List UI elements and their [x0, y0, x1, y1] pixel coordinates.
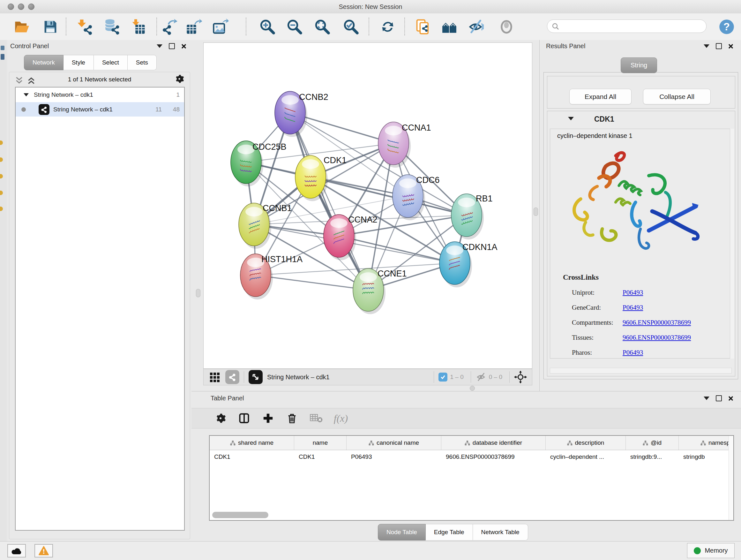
- show-all-icon[interactable]: [497, 17, 516, 37]
- selected-checkbox-icon[interactable]: [439, 373, 448, 381]
- panel-float-icon[interactable]: [716, 395, 722, 401]
- zoom-selected-icon[interactable]: [341, 17, 360, 37]
- export-table-icon[interactable]: [184, 17, 203, 37]
- network-row-selected[interactable]: String Network – cdk1 11 48: [16, 102, 184, 117]
- tab-network[interactable]: Network: [24, 55, 64, 70]
- results-horizontal-scrollbar[interactable]: [550, 368, 732, 374]
- zoom-fit-icon[interactable]: [313, 17, 332, 37]
- first-neighbors-icon[interactable]: [440, 17, 459, 37]
- open-file-icon[interactable]: [12, 17, 31, 37]
- network-canvas[interactable]: CCNB2CCNA1CDC25BCDK1CDC6RB1CCNB1CCNA2CDK…: [203, 43, 532, 369]
- show-columns-icon[interactable]: [237, 411, 252, 426]
- toolbar-separator: [404, 17, 405, 36]
- column-header-shared-name[interactable]: shared name: [210, 436, 294, 450]
- dock-icon[interactable]: [0, 191, 3, 195]
- birdseye-grid-icon[interactable]: [209, 371, 221, 383]
- network-collection-row[interactable]: String Network – cdk1 1: [16, 87, 184, 102]
- splitter-handle[interactable]: [196, 289, 200, 297]
- dock-icon[interactable]: [0, 140, 3, 145]
- help-icon[interactable]: ?: [717, 17, 736, 37]
- import-network-file-icon[interactable]: [76, 17, 95, 37]
- crosslink-link[interactable]: 9606.ENSP00000378699: [623, 334, 691, 341]
- tab-node-table[interactable]: Node Table: [378, 524, 426, 541]
- network-node-CDK1[interactable]: [295, 155, 328, 201]
- save-session-icon[interactable]: [41, 17, 60, 37]
- column-header-canonical-name[interactable]: canonical name: [347, 436, 441, 450]
- dock-icon[interactable]: [1, 46, 4, 50]
- crosslink-link[interactable]: P06493: [623, 304, 643, 311]
- table-row[interactable]: CDK1CDK1P064939606.ENSP00000378699cyclin…: [210, 450, 734, 464]
- create-column-icon[interactable]: [261, 411, 275, 426]
- splitter-handle[interactable]: [534, 207, 538, 216]
- tab-sets[interactable]: Sets: [128, 55, 157, 70]
- crosslink-link[interactable]: 9606.ENSP00000378699: [623, 319, 691, 326]
- tab-select[interactable]: Select: [94, 55, 128, 70]
- node-label-CDC25B: CDC25B: [253, 142, 286, 152]
- fit-crosshair-icon[interactable]: [514, 371, 527, 383]
- table-horizontal-scrollbar-thumb[interactable]: [212, 512, 268, 518]
- table-vertical-scrollbar[interactable]: [729, 436, 733, 520]
- dock-icon[interactable]: [0, 206, 3, 211]
- panel-close-icon[interactable]: [181, 44, 186, 49]
- zoom-in-icon[interactable]: [258, 17, 277, 37]
- column-header-namespace[interactable]: namespace: [679, 436, 734, 450]
- panel-float-icon[interactable]: [169, 43, 175, 49]
- tab-edge-table[interactable]: Edge Table: [426, 524, 473, 541]
- panel-menu-icon[interactable]: [704, 44, 710, 48]
- delete-column-trash-icon[interactable]: [285, 411, 299, 426]
- table-cell[interactable]: stringdb:9...: [626, 450, 679, 464]
- clone-network-icon[interactable]: [413, 17, 432, 37]
- results-vertical-scrollbar[interactable]: [730, 129, 734, 359]
- export-network-icon[interactable]: [159, 17, 179, 37]
- table-cell[interactable]: stringdb: [679, 450, 734, 464]
- node-label-CCNB2: CCNB2: [299, 92, 328, 102]
- crosslink-link[interactable]: P06493: [623, 349, 643, 356]
- panel-close-icon[interactable]: [728, 396, 733, 401]
- network-options-gear-icon[interactable]: [175, 74, 184, 84]
- table-cell[interactable]: CDK1: [294, 450, 347, 464]
- crosslink-link[interactable]: P06493: [623, 289, 643, 296]
- warnings-button[interactable]: [35, 544, 53, 557]
- export-view-icon[interactable]: [249, 370, 263, 384]
- tab-string[interactable]: String: [621, 57, 657, 73]
- tab-style[interactable]: Style: [64, 55, 94, 70]
- dock-icon[interactable]: [1, 54, 4, 60]
- window-title: Session: New Session: [0, 0, 741, 13]
- panel-float-icon[interactable]: [716, 43, 722, 49]
- table-settings-gear-icon[interactable]: [213, 411, 228, 426]
- table-cell[interactable]: 9606.ENSP00000378699: [441, 450, 546, 464]
- tab-network-table[interactable]: Network Table: [473, 524, 528, 541]
- collapse-all-button[interactable]: Collapse All: [643, 89, 711, 105]
- column-header-database-identifier[interactable]: database identifier: [441, 436, 546, 450]
- search-input[interactable]: [562, 21, 704, 32]
- node-result-header[interactable]: CDK1: [547, 111, 735, 129]
- hide-selected-icon[interactable]: [466, 17, 485, 37]
- expand-all-button[interactable]: Expand All: [569, 89, 631, 105]
- zoom-out-icon[interactable]: [285, 17, 304, 37]
- cloud-status-button[interactable]: [7, 544, 26, 557]
- table-cell[interactable]: cyclin–dependent ...: [546, 450, 626, 464]
- import-network-database-icon[interactable]: [103, 17, 122, 37]
- hidden-eye-icon[interactable]: [475, 372, 486, 382]
- delete-table-icon[interactable]: [309, 411, 324, 426]
- import-table-file-icon[interactable]: [129, 17, 148, 37]
- section-collapse-icon[interactable]: [568, 117, 574, 120]
- function-builder-icon[interactable]: f(x): [333, 411, 348, 426]
- dock-icon[interactable]: [0, 174, 3, 179]
- panel-close-icon[interactable]: [728, 44, 733, 49]
- panel-menu-icon[interactable]: [704, 396, 710, 400]
- panel-menu-icon[interactable]: [157, 44, 162, 48]
- column-header-description[interactable]: description: [546, 436, 626, 450]
- column-header-@id[interactable]: @id: [626, 436, 679, 450]
- string-network-icon[interactable]: [225, 370, 239, 384]
- column-header-name[interactable]: name: [294, 436, 347, 450]
- network-graph[interactable]: CCNB2CCNA1CDC25BCDK1CDC6RB1CCNB1CCNA2CDK…: [204, 43, 532, 368]
- dock-icon[interactable]: [0, 158, 3, 162]
- collection-expand-icon[interactable]: [23, 93, 29, 97]
- export-image-icon[interactable]: [211, 17, 230, 37]
- memory-button[interactable]: Memory: [687, 543, 735, 558]
- update-view-icon[interactable]: [378, 17, 397, 37]
- splitter-handle[interactable]: [470, 386, 475, 391]
- table-cell[interactable]: CDK1: [210, 450, 294, 464]
- table-cell[interactable]: P06493: [347, 450, 441, 464]
